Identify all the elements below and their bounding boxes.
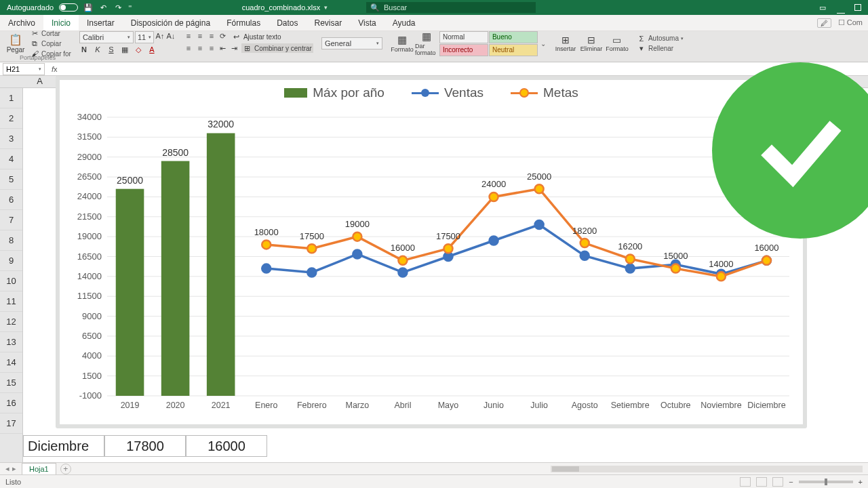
row-header[interactable]: 15: [0, 373, 22, 393]
sheet-tab-hoja1[interactable]: Hoja1: [22, 463, 56, 474]
align-bot-icon[interactable]: ≡: [207, 31, 216, 41]
wrap-text-button[interactable]: ↩Ajustar texto: [230, 31, 283, 42]
borders-icon[interactable]: ▦: [120, 45, 130, 54]
search-box[interactable]: 🔍 Buscar: [366, 2, 536, 13]
indent-dec-icon[interactable]: ⇤: [218, 43, 228, 53]
view-break-icon[interactable]: [772, 477, 783, 487]
row-header[interactable]: 8: [0, 230, 22, 251]
chart-object[interactable]: Máx por año Ventas Metas -10001500400065…: [56, 76, 807, 428]
cell-month[interactable]: Diciembre: [23, 435, 104, 457]
zoom-out-icon[interactable]: −: [789, 478, 793, 486]
conditional-format-button[interactable]: ▦Formato: [391, 34, 414, 53]
fill-button[interactable]: ▾Rellenar: [637, 44, 684, 54]
row-header[interactable]: 5: [0, 169, 22, 190]
zoom-slider[interactable]: [799, 481, 853, 483]
minimize-icon[interactable]: [837, 5, 845, 14]
svg-point-51: [262, 264, 271, 273]
svg-text:6500: 6500: [82, 331, 102, 341]
row-header[interactable]: 16: [0, 393, 22, 413]
legend-metas: Metas: [511, 85, 578, 100]
tab-formulas[interactable]: Fórmulas: [218, 15, 269, 30]
font-color-icon[interactable]: A: [147, 45, 157, 54]
autosave-toggle[interactable]: [59, 3, 78, 12]
row-header[interactable]: 7: [0, 210, 22, 230]
cell-v1[interactable]: 17800: [104, 435, 186, 457]
row-header[interactable]: 9: [0, 251, 22, 271]
style-neutral[interactable]: Neutral: [489, 44, 538, 56]
fx-icon[interactable]: fx: [52, 65, 58, 73]
row-header[interactable]: 13: [0, 332, 22, 352]
name-box[interactable]: H21▾: [3, 63, 45, 75]
tab-revisar[interactable]: Revisar: [307, 15, 351, 30]
insert-cells-button[interactable]: ⊞Insertar: [554, 35, 577, 52]
italic-button[interactable]: K: [93, 45, 102, 54]
align-right-icon[interactable]: ≡: [207, 43, 216, 53]
svg-rect-45: [116, 189, 144, 396]
format-table-button[interactable]: ▦Dar formato: [415, 30, 438, 56]
tab-vista[interactable]: Vista: [350, 15, 384, 30]
row-header[interactable]: 14: [0, 352, 22, 373]
copy-button[interactable]: ⧉Copiar: [30, 39, 71, 48]
ribbon-display-icon[interactable]: ▭: [818, 3, 827, 12]
tab-insertar[interactable]: Insertar: [79, 15, 123, 30]
share-button[interactable]: 🖉: [817, 18, 831, 28]
row-header[interactable]: 6: [0, 190, 22, 210]
row-header[interactable]: 17: [0, 413, 22, 434]
tab-ayuda[interactable]: Ayuda: [384, 15, 424, 30]
row-header[interactable]: 10: [0, 271, 22, 291]
underline-button[interactable]: S: [106, 45, 116, 54]
undo-icon[interactable]: ↶: [98, 3, 108, 12]
horizontal-scrollbar[interactable]: [551, 466, 863, 472]
tab-datos[interactable]: Datos: [269, 15, 306, 30]
align-top-icon[interactable]: ≡: [184, 31, 193, 41]
bold-button[interactable]: N: [79, 45, 89, 54]
fill-color-icon[interactable]: ◇: [134, 45, 143, 54]
autosum-button[interactable]: ΣAutosuma ▾: [637, 34, 684, 43]
view-layout-icon[interactable]: [756, 477, 767, 487]
redo-icon[interactable]: ↷: [113, 3, 123, 12]
add-sheet-button[interactable]: +: [60, 464, 71, 474]
svg-text:25000: 25000: [527, 171, 551, 182]
merge-center-button[interactable]: ⊞Combinar y centrar: [241, 43, 313, 53]
format-cells-button[interactable]: ▭Formato: [606, 35, 629, 52]
increase-font-icon[interactable]: A↑: [155, 31, 165, 41]
row-header[interactable]: 3: [0, 129, 22, 149]
align-mid-icon[interactable]: ≡: [195, 31, 205, 41]
align-left-icon[interactable]: ≡: [184, 43, 193, 53]
styles-overflow-icon[interactable]: ⌄: [540, 40, 546, 47]
qat-overflow-icon[interactable]: ⁼: [128, 3, 132, 12]
maximize-icon[interactable]: [854, 4, 861, 11]
row-header[interactable]: 4: [0, 149, 22, 169]
paste-button[interactable]: 📋 Pegar: [4, 33, 27, 54]
title-dropdown-icon[interactable]: ▾: [324, 4, 328, 11]
save-icon[interactable]: 💾: [83, 3, 93, 12]
style-incorrecto[interactable]: Incorrecto: [439, 44, 488, 56]
orientation-icon[interactable]: ⟳: [218, 31, 228, 41]
delete-cells-button[interactable]: ⊟Eliminar: [580, 35, 603, 52]
svg-text:Julio: Julio: [530, 401, 548, 410]
sheet-nav-prev-icon[interactable]: ◂: [5, 464, 9, 473]
number-format-select[interactable]: General▾: [321, 37, 382, 49]
cut-button[interactable]: ✂Cortar: [30, 28, 71, 38]
svg-text:Diciembre: Diciembre: [747, 401, 785, 410]
row-header[interactable]: 11: [0, 291, 22, 312]
comments-button[interactable]: ☐ Com: [838, 18, 863, 27]
tab-disposicion[interactable]: Disposición de página: [123, 15, 218, 30]
font-size-select[interactable]: 11▾: [135, 31, 154, 43]
indent-inc-icon[interactable]: ⇥: [230, 43, 239, 53]
sheet-nav-next-icon[interactable]: ▸: [12, 464, 16, 473]
zoom-in-icon[interactable]: +: [859, 478, 863, 486]
cell-v2[interactable]: 16000: [186, 435, 267, 457]
svg-text:14000: 14000: [709, 259, 733, 269]
row-header[interactable]: 12: [0, 312, 22, 332]
row-header[interactable]: 2: [0, 108, 22, 129]
decrease-font-icon[interactable]: A↓: [166, 31, 176, 41]
style-bueno[interactable]: Bueno: [489, 31, 538, 43]
view-normal-icon[interactable]: [740, 477, 751, 487]
style-normal[interactable]: Normal: [439, 31, 488, 43]
row-header[interactable]: 1: [0, 88, 22, 108]
font-name-select[interactable]: Calibri▾: [79, 31, 134, 43]
column-header-a[interactable]: A: [23, 76, 57, 88]
document-title: cuadro_combinado.xlsx: [242, 3, 321, 12]
align-center-icon[interactable]: ≡: [195, 43, 205, 53]
